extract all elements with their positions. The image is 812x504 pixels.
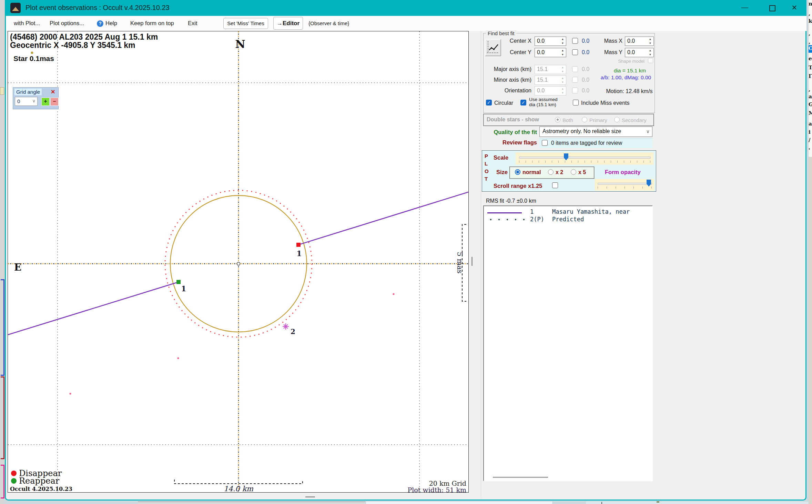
quality-of-fit-label: Quality of the fit [482,129,537,135]
disappear-marker[interactable] [296,243,301,247]
form-opacity-track[interactable] [598,183,652,185]
minor-axis-aux-value: 0.0 [582,77,589,83]
plot-canvas[interactable]: 1 1 2 N E (45468) 2000 AL203 2025 Aug 1 … [8,31,469,493]
chord2-swatch-dots [487,219,525,221]
chord-line-approach[interactable] [298,192,468,245]
double-stars-label: Double stars - show [487,117,539,123]
ab-dmag-text: a/b: 1.00, dMag: 0.00 [596,74,656,81]
center-x-label: Center X [507,38,531,44]
use-assumed-line2: dia (15.1 km) [529,102,558,107]
minimize-button[interactable]: — [739,3,751,11]
mass-y-label: Mass Y [602,49,622,56]
major-axis-spinner[interactable]: 15.1 [535,65,566,74]
size-x5-label: x 5 [578,169,586,175]
menu-keep-on-top[interactable]: Keep form on top [130,20,174,27]
scale-label: Scale [494,154,508,161]
size-normal-radio[interactable] [515,169,520,175]
spinner-arrows-icon[interactable] [647,49,653,57]
center-x-lock-checkbox[interactable] [572,38,578,44]
grid-angle-select[interactable]: 0 [15,97,38,106]
predicted-asterisk-marker[interactable] [283,323,289,330]
minor-axis-label: Minor axis (km) [492,77,531,83]
background-strip-glyph: a [809,121,812,127]
observation-number[interactable]: 1 [530,208,534,215]
scale-slider[interactable] [516,152,653,165]
menu-with-plot[interactable]: with Plot... [14,20,40,27]
center-x-spinner[interactable]: 0.0 [535,37,566,46]
double-stars-both-label: Both [562,117,573,123]
orientation-spinner[interactable]: 0.0 [535,86,566,95]
north-label: N [235,38,245,51]
center-y-lock-checkbox[interactable] [572,49,578,55]
close-button[interactable]: ✕ [789,3,800,12]
best-fit-chart-button[interactable] [485,39,501,56]
reappear-legend-dot [11,478,17,484]
double-stars-both-radio[interactable] [555,117,560,122]
spinner-arrows-icon[interactable] [560,37,566,45]
circular-checkbox[interactable] [486,100,492,105]
reappear-marker[interactable] [176,280,181,284]
shape-model-label: Shape model [613,59,644,64]
grid-angle-minus-button[interactable]: – [50,98,59,106]
orientation-lock-checkbox[interactable] [572,88,578,93]
menu-plot-options[interactable]: Plot options... [50,20,84,27]
review-flags-label: Review flags [496,139,537,146]
maximize-button[interactable] [769,5,775,11]
app-icon [10,3,21,13]
form-opacity-slider[interactable] [595,179,654,191]
include-miss-events-checkbox[interactable] [573,100,579,105]
plot-hscroll-thumb[interactable] [305,496,315,497]
size-x2-radio[interactable] [548,169,554,175]
spinner-arrows-icon[interactable] [560,49,566,57]
panel-divider [481,31,481,499]
plot-width-note: Plot width: 51 km [407,486,466,492]
background-fragment [1,376,4,459]
observer-name[interactable]: Predicted [552,216,584,223]
double-stars-primary-radio[interactable] [582,117,587,122]
help-icon[interactable] [97,20,103,27]
grid-angle-plus-button[interactable]: + [41,98,50,106]
size-x5-radio[interactable] [571,169,576,175]
scale-slider-thumb[interactable] [564,153,568,160]
window-title: Plot event observations : Occult v.4.202… [26,4,170,12]
menu-help[interactable]: Help [105,20,117,27]
mass-y-value: 0.0 [627,49,635,55]
background-strip-glyph: , [809,86,812,92]
review-flags-checkbox[interactable] [542,140,548,146]
background-strip-glyph: , [809,10,812,17]
double-stars-secondary-radio[interactable] [614,117,620,122]
form-opacity-thumb[interactable] [647,180,651,187]
event-header-line1: (45468) 2000 AL203 2025 Aug 1 15.1 km [10,32,158,41]
background-fragment [601,502,602,504]
mass-y-spinner[interactable]: 0.0 [625,48,654,57]
observations-listbox[interactable]: 1 Masaru Yamashita, near 2(P) Predicted [483,205,653,481]
major-axis-aux-value: 0.0 [582,66,589,72]
menubar [6,16,806,31]
shape-model-checkbox[interactable] [648,58,653,63]
observation-number[interactable]: 2(P) [530,216,544,223]
observer-time-label: {Observer & time} [308,20,349,26]
listbox-hscroll-thumb[interactable] [493,477,548,478]
quality-of-fit-dropdown[interactable]: Astrometry only. No reliable size [539,127,652,137]
background-fragment [809,157,812,504]
scroll-range-checkbox[interactable] [552,182,558,188]
set-miss-times-button[interactable]: Set 'Miss' Times [223,18,268,29]
menu-exit[interactable]: Exit [188,20,197,27]
version-label: Occult 4.2025.10.23 [10,486,72,492]
orientation-value: 0.0 [537,88,545,93]
scale-slider-track[interactable] [519,157,651,159]
use-assumed-dia-checkbox[interactable] [520,100,526,105]
grid-angle-close-icon[interactable]: ✕ [51,89,55,95]
chord-line-departure[interactable] [8,282,179,335]
minor-axis-lock-checkbox[interactable] [572,77,578,83]
quality-of-fit-value: Astrometry only. No reliable size [542,128,621,134]
center-y-spinner[interactable]: 0.0 [535,48,566,57]
plot-vscroll-thumb[interactable] [471,257,473,266]
editor-button[interactable]: →Editor [273,17,303,30]
major-axis-lock-checkbox[interactable] [572,66,578,72]
spinner-arrows-icon[interactable] [647,37,653,45]
mass-x-spinner[interactable]: 0.0 [625,37,654,46]
minor-axis-spinner[interactable]: 15.1 [535,75,566,85]
observer-name[interactable]: Masaru Yamashita, near [552,208,630,215]
rms-fit-text: RMS fit -0.7 ±0.0 km [486,198,536,204]
